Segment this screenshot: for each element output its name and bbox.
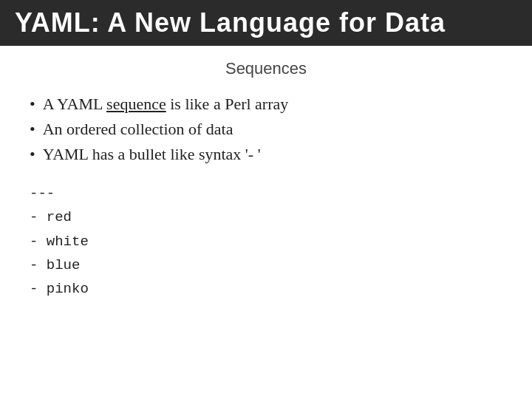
bullet-text: A YAML sequence is like a Perl array <box>43 95 289 114</box>
code-line: - red <box>30 205 502 229</box>
header-title: YAML: A New Language for Data <box>15 7 446 38</box>
bullet-dot: • <box>30 95 35 114</box>
code-block: --- - red - white - blue - pinko <box>0 182 532 301</box>
code-line: - white <box>30 230 502 253</box>
list-item: • An ordered collection of data <box>30 120 502 139</box>
code-line: --- <box>30 182 502 205</box>
subtitle: Sequences <box>0 59 532 78</box>
code-line: - blue <box>30 253 502 277</box>
bullet-dot: • <box>30 120 35 139</box>
sequence-word: sequence <box>106 95 166 113</box>
bullet-text: An ordered collection of data <box>43 120 233 139</box>
bullet-list: • A YAML sequence is like a Perl array •… <box>0 95 532 164</box>
code-line: - pinko <box>30 277 502 301</box>
list-item: • YAML has a bullet like syntax '- ' <box>30 145 502 164</box>
bullet-text: YAML has a bullet like syntax '- ' <box>43 145 261 164</box>
bullet-dot: • <box>30 145 35 164</box>
list-item: • A YAML sequence is like a Perl array <box>30 95 502 114</box>
header: YAML: A New Language for Data <box>0 0 532 46</box>
